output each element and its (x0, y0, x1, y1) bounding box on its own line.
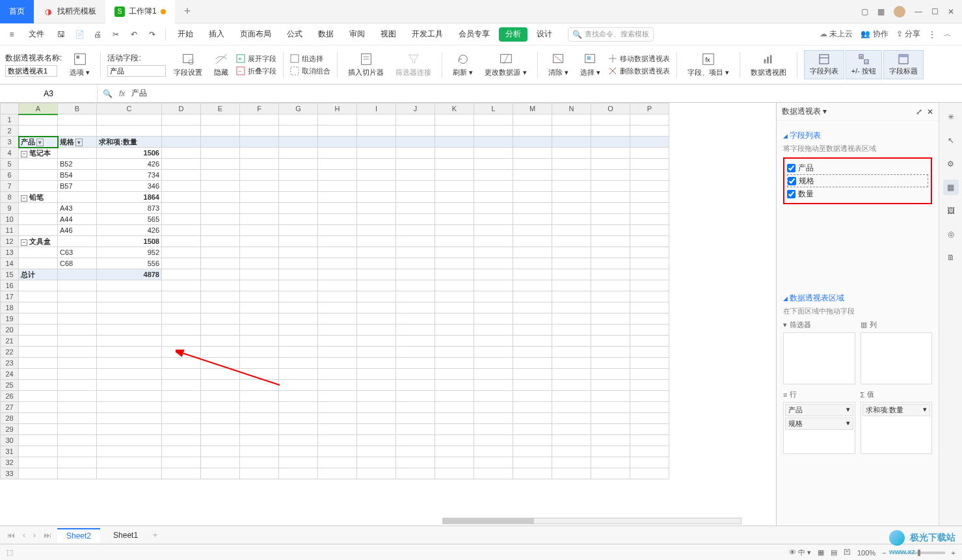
insert-slicer-button[interactable]: 插入切片器 (344, 51, 388, 79)
cell-K9[interactable] (435, 203, 474, 214)
cell-H14[interactable] (318, 258, 357, 269)
cell-A25[interactable] (19, 380, 58, 391)
row-header-31[interactable]: 31 (1, 446, 19, 457)
cell-B29[interactable] (58, 424, 97, 435)
cell-J3[interactable] (396, 137, 435, 148)
cell-E29[interactable] (201, 424, 240, 435)
cell-F10[interactable] (240, 214, 279, 225)
cell-F19[interactable] (240, 313, 279, 325)
cell-B7[interactable]: B57 (58, 181, 97, 192)
cell-O21[interactable] (591, 336, 630, 347)
cell-G30[interactable] (279, 435, 318, 446)
rail-location-icon[interactable]: ◎ (943, 226, 959, 242)
cell-P17[interactable] (630, 291, 669, 302)
cell-D20[interactable] (162, 325, 201, 336)
cell-A13[interactable] (19, 247, 58, 258)
cell-B21[interactable] (58, 336, 97, 347)
cell-O22[interactable] (591, 347, 630, 358)
field-product[interactable]: 产品 (787, 161, 928, 174)
cell-J5[interactable] (396, 159, 435, 170)
cell-K24[interactable] (435, 369, 474, 380)
cell-D22[interactable] (162, 347, 201, 358)
cell-N7[interactable] (552, 181, 591, 192)
cell-I26[interactable] (357, 391, 396, 402)
cell-A5[interactable] (19, 159, 58, 170)
cell-reference-box[interactable] (0, 85, 98, 102)
cell-P6[interactable] (630, 170, 669, 181)
cell-F25[interactable] (240, 380, 279, 391)
cell-J29[interactable] (396, 424, 435, 435)
command-search[interactable]: 🔍 查找命令、搜索模板 (568, 27, 654, 42)
cell-L14[interactable] (474, 258, 513, 269)
cell-D26[interactable] (162, 391, 201, 402)
menu-design[interactable]: 设计 (530, 23, 559, 46)
cell-C15[interactable]: 4878 (97, 269, 162, 280)
cell-A17[interactable] (19, 291, 58, 302)
cell-C33[interactable] (97, 468, 162, 479)
cell-I33[interactable] (357, 468, 396, 479)
cell-L18[interactable] (474, 302, 513, 313)
cell-O32[interactable] (591, 457, 630, 468)
rail-select-icon[interactable]: ↖ (943, 133, 959, 148)
cell-I8[interactable] (357, 192, 396, 203)
cell-F4[interactable] (240, 148, 279, 159)
cell-I6[interactable] (357, 170, 396, 181)
cell-A24[interactable] (19, 369, 58, 380)
rail-image-icon[interactable]: 🖼 (943, 203, 959, 219)
cell-D6[interactable] (162, 170, 201, 181)
cell-J28[interactable] (396, 413, 435, 424)
cell-A18[interactable] (19, 302, 58, 313)
cell-C23[interactable] (97, 358, 162, 369)
cell-D12[interactable] (162, 236, 201, 247)
cell-C5[interactable]: 426 (97, 159, 162, 170)
tab-home[interactable]: 首页 (0, 0, 34, 23)
cell-C32[interactable] (97, 457, 162, 468)
cell-J11[interactable] (396, 225, 435, 236)
cell-D30[interactable] (162, 435, 201, 446)
cell-N15[interactable] (552, 269, 591, 280)
cell-A31[interactable] (19, 446, 58, 457)
toggle-headers[interactable]: 字段标题 (883, 50, 924, 79)
cell-J33[interactable] (396, 468, 435, 479)
cell-P9[interactable] (630, 203, 669, 214)
cell-O10[interactable] (591, 214, 630, 225)
cell-O18[interactable] (591, 302, 630, 313)
cell-N12[interactable] (552, 236, 591, 247)
cell-I9[interactable] (357, 203, 396, 214)
cell-M9[interactable] (513, 203, 552, 214)
cell-J31[interactable] (396, 446, 435, 457)
cell-N13[interactable] (552, 247, 591, 258)
cell-J21[interactable] (396, 336, 435, 347)
cell-M20[interactable] (513, 325, 552, 336)
cell-C9[interactable]: 873 (97, 203, 162, 214)
cell-I20[interactable] (357, 325, 396, 336)
cell-F14[interactable] (240, 258, 279, 269)
cell-L24[interactable] (474, 369, 513, 380)
cell-P4[interactable] (630, 148, 669, 159)
cut-icon[interactable]: ✂ (108, 27, 124, 42)
row-header-25[interactable]: 25 (1, 380, 19, 391)
menu-devtools[interactable]: 开发工具 (405, 23, 449, 46)
cell-B11[interactable]: A46 (58, 225, 97, 236)
ungroup-button[interactable]: 取消组合 (290, 66, 330, 76)
cell-A11[interactable] (19, 225, 58, 236)
cell-H20[interactable] (318, 325, 357, 336)
cell-P3[interactable] (630, 137, 669, 148)
cell-B5[interactable]: B52 (58, 159, 97, 170)
cell-E19[interactable] (201, 313, 240, 325)
row-header-21[interactable]: 21 (1, 336, 19, 347)
cell-G23[interactable] (279, 358, 318, 369)
cell-E4[interactable] (201, 148, 240, 159)
cell-O28[interactable] (591, 413, 630, 424)
cell-F17[interactable] (240, 291, 279, 302)
cell-N1[interactable] (552, 114, 591, 126)
cell-M27[interactable] (513, 402, 552, 413)
cell-M13[interactable] (513, 247, 552, 258)
cell-N33[interactable] (552, 468, 591, 479)
row-header-6[interactable]: 6 (1, 170, 19, 181)
refresh-button[interactable]: 刷新 ▾ (449, 51, 477, 79)
cell-N25[interactable] (552, 380, 591, 391)
cell-E12[interactable] (201, 236, 240, 247)
cell-A21[interactable] (19, 336, 58, 347)
cell-P13[interactable] (630, 247, 669, 258)
